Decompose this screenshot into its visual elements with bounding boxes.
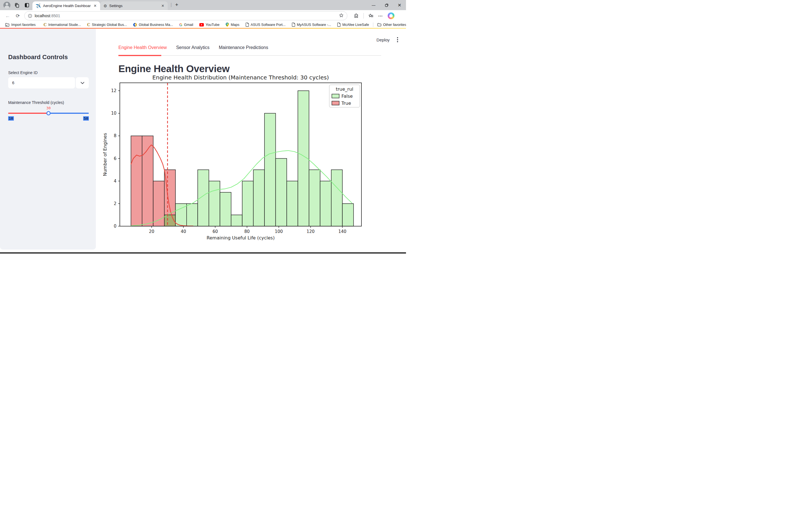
hist-bar-false [342,204,353,226]
profile-avatar-icon[interactable] [3,2,10,9]
y-tick-label: 0 [114,224,116,229]
browser-tab-active[interactable]: ✈️ AeroEngine Health Dashboard ✕ [33,1,100,10]
main-area: Deploy Engine Health OverviewSensor Anal… [96,29,406,252]
tab-actions-icon[interactable] [24,3,30,8]
globe-icon [133,23,137,27]
app-area: Dashboard Controls Select Engine ID 6 Ma… [0,29,406,252]
x-tick-label: 140 [338,229,347,234]
restore-button[interactable] [380,0,393,10]
hist-bar-false [198,170,209,226]
url-port: :8501 [50,13,60,18]
hist-bar-false [253,170,264,226]
active-tab-underline [118,55,161,56]
folder-import-icon [5,23,10,27]
back-icon[interactable]: ← [4,13,11,19]
refresh-icon[interactable]: ⟳ [14,13,21,19]
chart-xlabel: Remaining Useful Life (cycles) [207,235,274,240]
browser-titlebar: ✈️ AeroEngine Health Dashboard ✕ ⚙ Setti… [0,0,406,10]
close-tab-icon[interactable]: ✕ [93,4,97,8]
minimize-button[interactable]: ― [367,0,380,10]
folder-icon [377,23,382,26]
x-tick-label: 120 [306,229,315,234]
tab-maintenance-predictions[interactable]: Maintenance Predictions [219,45,268,52]
hist-bar-false [264,113,275,226]
extensions-icon[interactable] [354,13,359,18]
maps-pin-icon [225,22,229,27]
new-tab-icon[interactable]: + [175,2,178,8]
slider-thumb[interactable] [47,111,51,115]
page-icon [292,22,295,27]
hist-bar-false [242,181,253,226]
slider-min-label: 10 [8,116,14,121]
close-tab-icon[interactable]: ✕ [161,4,165,8]
slider-track[interactable] [8,113,89,114]
hist-bar-false [276,159,287,226]
engine-id-select[interactable]: 6 [8,77,89,89]
select-engine-label: Select Engine ID [8,70,89,75]
bookmark-item[interactable]: GGmail [177,23,195,27]
bookmark-item[interactable]: MyASUS Software -... [290,22,333,27]
y-tick-label: 6 [114,156,116,161]
bookmark-item[interactable]: CInternational Stude... [42,23,83,27]
other-favorites-button[interactable]: Other favorites [375,23,406,27]
bookmark-label: Global Business Ma... [139,23,173,27]
y-tick-label: 4 [114,179,116,184]
slider-max-label: 50 [83,116,89,121]
sidebar-title: Dashboard Controls [8,54,89,61]
bookmarks-bar: Import favorites CInternational Stude...… [0,21,406,28]
hist-bar-false [320,181,331,226]
tab-title: AeroEngine Health Dashboard [43,4,91,8]
airplane-icon: ✈️ [36,3,41,8]
bookmark-label: Strategic Global Bus... [92,23,127,27]
legend-swatch-true [332,101,339,105]
bookmark-label: McAfee LiveSafe [342,23,369,27]
hist-bar-false [231,215,242,226]
app-menu-icon[interactable] [397,37,398,42]
import-favorites-button[interactable]: Import favorites [3,23,37,27]
x-tick-label: 80 [245,229,250,234]
favorite-star-icon[interactable] [339,13,344,19]
browser-toolbar: ← ⟳ localhost:8501 ⋯ [0,10,406,21]
x-tick-label: 100 [274,229,283,234]
chart-title: Engine Health Distribution (Maintenance … [152,75,329,81]
tab-engine-health-overview[interactable]: Engine Health Overview [118,45,167,52]
favorites-list-icon[interactable] [368,13,373,18]
legend-swatch-false [332,94,339,98]
threshold-slider[interactable]: 30 10 50 [8,107,89,121]
y-tick-label: 2 [114,201,116,206]
bookmark-item[interactable]: Maps [224,22,241,27]
bookmark-item[interactable]: McAfee LiveSafe [336,22,371,27]
bookmark-item[interactable]: Global Business Ma... [132,23,175,27]
engine-id-value: 6 [12,80,14,85]
browser-tab-settings[interactable]: ⚙ Settings ✕ [100,1,168,10]
engine-health-chart: 20406080100120140024681012Engine Health … [102,75,381,243]
bookmark-item[interactable]: CStrategic Global Bus... [86,23,129,27]
content-tabbar: Engine Health OverviewSensor AnalyticsMa… [118,45,381,56]
address-bar[interactable]: localhost:8501 [24,11,347,20]
c-logo-icon: C [43,23,47,27]
c-logo-icon: C [87,23,90,27]
close-window-button[interactable]: ✕ [393,0,406,10]
legend-label: False [342,94,353,99]
more-options-icon[interactable]: ⋯ [378,13,383,18]
chevron-down-icon[interactable] [76,77,89,89]
site-info-icon[interactable] [28,14,32,18]
bookmark-label: International Stude... [48,23,81,27]
url-host: localhost [35,13,50,18]
bookmark-label: ASUS Software Port... [251,23,286,27]
tab-sensor-analytics[interactable]: Sensor Analytics [176,45,209,52]
y-tick-label: 8 [114,133,116,138]
workspaces-icon[interactable] [14,3,20,8]
deploy-button[interactable]: Deploy [376,38,390,42]
hist-bar-false [220,192,231,226]
bookmark-label: YouTube [206,23,219,27]
bookmark-item[interactable]: ASUS Software Port... [244,22,287,27]
google-g-icon: G [179,23,183,27]
youtube-icon [199,23,204,26]
bookmark-label: Gmail [184,23,193,27]
window-bottom-edge [0,252,406,253]
copilot-icon[interactable] [388,12,395,19]
legend-title: true_rul [336,87,353,92]
slider-current-value: 30 [46,106,51,110]
bookmark-item[interactable]: YouTube [198,23,221,27]
